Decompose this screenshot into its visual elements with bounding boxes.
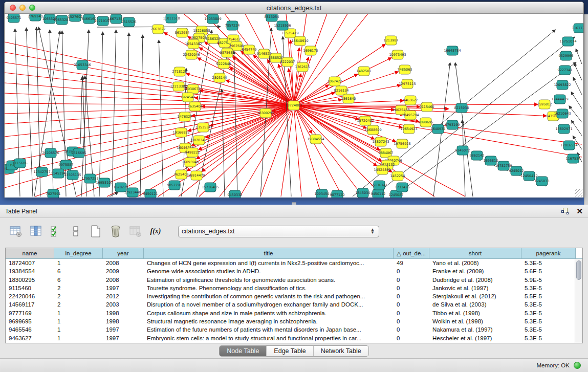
delete-table-icon[interactable] <box>109 225 122 238</box>
network-node[interactable]: 9222848 <box>216 59 231 69</box>
network-node[interactable]: 1093454 <box>315 189 330 198</box>
network-node[interactable]: 11011518 <box>163 14 180 23</box>
network-node[interactable]: 21053346 <box>74 60 91 70</box>
table-row[interactable]: 2242004622012Investigating the contribut… <box>6 292 582 300</box>
network-node[interactable]: 20206576 <box>42 148 59 158</box>
minimize-window-button[interactable] <box>19 5 26 11</box>
table-row[interactable]: 1456911722003Disruption of a novel membe… <box>6 300 582 309</box>
column-header-year[interactable]: year <box>103 248 144 258</box>
network-node[interactable]: 1696170 <box>303 46 318 55</box>
table-selector-dropdown[interactable]: citations_edges.txt ▲▼ <box>178 226 379 237</box>
network-node[interactable]: 9877120 <box>330 190 345 198</box>
new-table-icon[interactable] <box>89 225 102 238</box>
network-node[interactable]: 17016534 <box>560 141 577 150</box>
tab-network-table[interactable]: Network Table <box>314 346 368 356</box>
float-panel-icon[interactable] <box>561 208 569 215</box>
network-node[interactable]: 9345072 <box>455 146 470 155</box>
network-node[interactable]: 16033809 <box>204 14 221 24</box>
network-node[interactable]: 7625402 <box>174 170 189 179</box>
network-node[interactable]: 1145194 <box>51 169 66 178</box>
network-node[interactable]: 13505135 <box>64 170 81 180</box>
network-node[interactable]: 9450121 <box>143 189 158 198</box>
network-node[interactable]: 12444419 <box>551 95 568 104</box>
column-header-out_de[interactable]: △ out_de... <box>394 248 429 258</box>
network-node[interactable]: 19756928 <box>394 139 410 148</box>
network-node[interactable]: 12342757 <box>33 167 50 177</box>
column-header-in_degree[interactable]: in_degree <box>54 248 103 258</box>
network-node[interactable]: 12093822 <box>554 80 571 90</box>
network-node[interactable]: 2803144 <box>212 73 227 82</box>
table-row[interactable]: 911546021997Tourette syndrome. Phenomeno… <box>6 284 582 292</box>
network-canvas[interactable]: 7663822861295418226058982750816543382818… <box>5 14 583 198</box>
network-node[interactable]: 8878342 <box>192 136 207 145</box>
network-node[interactable]: 9862142 <box>470 151 485 160</box>
close-window-button[interactable] <box>10 5 16 11</box>
network-node[interactable]: 9227341 <box>558 65 573 75</box>
network-node[interactable]: 1482501 <box>357 67 372 76</box>
network-node[interactable]: 1167534 <box>566 154 581 163</box>
function-builder-icon[interactable]: f(x) <box>149 225 162 238</box>
network-node[interactable]: 1861640 <box>341 94 356 103</box>
network-node[interactable]: 9498222 <box>185 148 200 157</box>
network-node[interactable]: 15751074 <box>559 37 576 46</box>
show-columns-icon[interactable] <box>29 225 42 238</box>
network-node[interactable]: 1353534 <box>196 123 211 132</box>
table-row[interactable]: 946362711997Embryonic stem cells: a mode… <box>6 334 582 342</box>
network-node[interactable]: 2516695 <box>72 148 86 158</box>
network-node[interactable]: 7635404 <box>188 102 203 111</box>
network-node[interactable]: 2718126 <box>172 67 187 76</box>
network-node[interactable]: 7515526 <box>122 17 137 27</box>
row-height-icon[interactable] <box>69 225 82 238</box>
network-window-titlebar[interactable]: citations_edges.txt <box>5 2 583 14</box>
network-node[interactable]: 9975887 <box>59 160 74 169</box>
table-row[interactable]: 1830029562008Estimation of significance … <box>6 276 582 284</box>
scrollbar-thumb[interactable] <box>576 260 581 280</box>
network-node[interactable]: 9450332 <box>228 190 243 198</box>
column-header-pagerank[interactable]: pagerank <box>521 248 576 258</box>
network-node[interactable]: 15136141 <box>371 181 387 190</box>
network-node[interactable]: 19654923 <box>400 124 417 134</box>
network-node[interactable]: 1245033 <box>535 177 550 186</box>
tab-edge-table[interactable]: Edge Table <box>267 346 313 356</box>
resize-grip[interactable] <box>575 189 582 196</box>
network-node[interactable]: 10973493 <box>389 50 406 59</box>
zoom-window-button[interactable] <box>29 5 35 11</box>
select-columns-icon[interactable] <box>49 225 62 238</box>
network-node[interactable]: 9463627 <box>403 96 418 105</box>
network-node[interactable]: 8222037 <box>280 57 295 67</box>
network-node[interactable]: 1527602 <box>68 14 83 21</box>
network-node[interactable]: 7663822 <box>151 25 166 34</box>
network-node[interactable]: 9875685 <box>220 48 235 57</box>
network-node[interactable]: 9329966 <box>559 51 574 60</box>
network-node[interactable]: 15720407 <box>357 116 374 125</box>
network-node[interactable]: 1161174 <box>572 24 583 33</box>
network-node[interactable]: 7924542 <box>181 93 195 102</box>
network-node[interactable]: 8612954 <box>175 28 190 37</box>
network-node[interactable]: 1476327 <box>178 112 192 121</box>
network-node[interactable]: 1452254 <box>390 171 405 181</box>
table-row[interactable]: 969969511998Structural magnetic resonanc… <box>6 317 582 325</box>
network-node[interactable]: 15692971 <box>555 124 572 134</box>
network-node[interactable]: 7485063 <box>398 65 412 74</box>
column-header-name[interactable]: name <box>6 248 54 258</box>
network-node[interactable]: 9115460 <box>420 102 434 112</box>
table-row[interactable]: 1938455462009Genome-wide association stu… <box>6 267 582 275</box>
network-node[interactable]: 9899695 <box>419 118 433 127</box>
column-header-title[interactable]: title <box>144 248 394 258</box>
network-view-window[interactable]: citations_edges.txt 76638228612954182260… <box>4 2 584 198</box>
network-node[interactable]: 9450112 <box>371 189 386 198</box>
network-node[interactable]: 10688609 <box>364 125 381 135</box>
network-node[interactable]: 12975115 <box>399 79 416 89</box>
network-node[interactable]: 1595812 <box>537 100 552 109</box>
network-node[interactable]: 1067427 <box>328 77 342 86</box>
network-graph[interactable]: 7663822861295418226058982750816543382818… <box>5 14 583 198</box>
table-row[interactable]: 946554611997Estimation of the future num… <box>6 325 582 334</box>
network-node[interactable]: 1213987 <box>384 36 399 45</box>
network-node[interactable]: 1640934 <box>431 124 446 134</box>
network-node[interactable]: 1845034 <box>356 188 371 198</box>
network-node[interactable]: 16648784 <box>444 46 461 55</box>
network-node[interactable]: 8215938 <box>454 103 469 113</box>
network-node[interactable]: 9405571 <box>7 14 21 23</box>
vertical-scrollbar[interactable] <box>575 259 582 343</box>
tab-node-table[interactable]: Node Table <box>220 346 267 356</box>
